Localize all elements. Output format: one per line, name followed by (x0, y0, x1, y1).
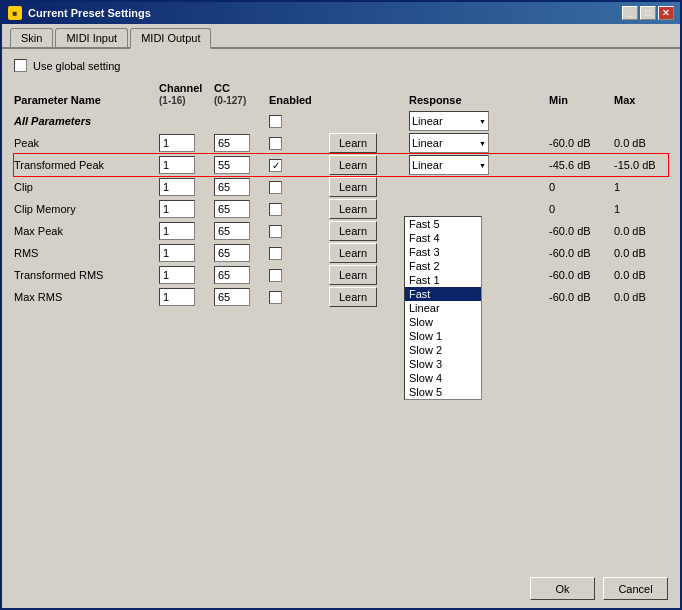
channel-input-transpeak[interactable] (159, 156, 195, 174)
enabled-cell-rms (269, 247, 329, 260)
dropdown-item-slow3[interactable]: Slow 3 (405, 357, 481, 371)
close-button[interactable]: ✕ (658, 6, 674, 20)
min-cell-clipmem: 0 (549, 203, 614, 215)
learn-button-rms[interactable]: Learn (329, 243, 377, 263)
learn-button-maxpeak[interactable]: Learn (329, 221, 377, 241)
response-select-transpeak[interactable]: Linear (409, 155, 489, 175)
enabled-checkbox-transpeak[interactable] (269, 159, 282, 172)
bottom-bar: Ok Cancel (2, 569, 680, 608)
param-name-peak: Peak (14, 137, 159, 149)
cc-input-rms[interactable] (214, 244, 250, 262)
cc-cell-maxrms (214, 288, 269, 306)
enabled-cell-clipmem (269, 203, 329, 216)
col-response: Response (409, 94, 549, 106)
enabled-checkbox-transrms[interactable] (269, 269, 282, 282)
dropdown-item-slow[interactable]: Slow (405, 315, 481, 329)
cc-input-maxpeak[interactable] (214, 222, 250, 240)
channel-cell-maxrms (159, 288, 214, 306)
max-cell-transrms: 0.0 dB (614, 269, 679, 281)
channel-input-clip[interactable] (159, 178, 195, 196)
cc-input-peak[interactable] (214, 134, 250, 152)
learn-button-peak[interactable]: Learn (329, 133, 377, 153)
enabled-checkbox-clipmem[interactable] (269, 203, 282, 216)
channel-input-peak[interactable] (159, 134, 195, 152)
cc-input-transrms[interactable] (214, 266, 250, 284)
global-setting-row: Use global setting (14, 59, 668, 72)
cc-input-clipmem[interactable] (214, 200, 250, 218)
cc-input-maxrms[interactable] (214, 288, 250, 306)
tab-skin[interactable]: Skin (10, 28, 53, 47)
enabled-checkbox-rms[interactable] (269, 247, 282, 260)
dropdown-item-fast5[interactable]: Fast 5 (405, 217, 481, 231)
enabled-checkbox-peak[interactable] (269, 137, 282, 150)
learn-button-clip[interactable]: Learn (329, 177, 377, 197)
response-select-peak[interactable]: Linear (409, 133, 489, 153)
learn-button-transrms[interactable]: Learn (329, 265, 377, 285)
maximize-button[interactable]: □ (640, 6, 656, 20)
title-bar-left: ■ Current Preset Settings (8, 6, 151, 20)
learn-cell-maxrms: Learn (329, 287, 409, 307)
table-row: Clip Learn 0 1 (14, 176, 668, 198)
ok-button[interactable]: Ok (530, 577, 595, 600)
minimize-button[interactable]: _ (622, 6, 638, 20)
cc-cell-peak (214, 134, 269, 152)
param-name-rms: RMS (14, 247, 159, 259)
learn-button-clipmem[interactable]: Learn (329, 199, 377, 219)
cc-cell-clipmem (214, 200, 269, 218)
dropdown-item-slow5[interactable]: Slow 5 (405, 385, 481, 399)
enabled-cell-maxpeak (269, 225, 329, 238)
learn-cell-transrms: Learn (329, 265, 409, 285)
dropdown-list: Fast 5 Fast 4 Fast 3 Fast 2 Fast 1 Fast … (404, 216, 482, 400)
enabled-cell-transpeak (269, 159, 329, 172)
response-select-wrapper-all: Linear (409, 111, 489, 131)
cc-cell-transpeak (214, 156, 269, 174)
param-name-transpeak: Transformed Peak (14, 159, 159, 171)
enabled-checkbox-maxpeak[interactable] (269, 225, 282, 238)
tab-midi-output[interactable]: MIDI Output (130, 28, 211, 49)
cc-cell-maxpeak (214, 222, 269, 240)
enabled-cell-transrms (269, 269, 329, 282)
dropdown-item-fast2[interactable]: Fast 2 (405, 259, 481, 273)
table-row: RMS Learn -60.0 dB 0.0 dB (14, 242, 668, 264)
dropdown-item-fast4[interactable]: Fast 4 (405, 231, 481, 245)
channel-cell-clipmem (159, 200, 214, 218)
cancel-button[interactable]: Cancel (603, 577, 668, 600)
enabled-cell-maxrms (269, 291, 329, 304)
global-setting-checkbox[interactable] (14, 59, 27, 72)
col-min: Min (549, 94, 614, 106)
window-title: Current Preset Settings (28, 7, 151, 19)
dropdown-item-slow2[interactable]: Slow 2 (405, 343, 481, 357)
channel-input-clipmem[interactable] (159, 200, 195, 218)
channel-input-maxpeak[interactable] (159, 222, 195, 240)
learn-cell-rms: Learn (329, 243, 409, 263)
channel-input-maxrms[interactable] (159, 288, 195, 306)
enabled-checkbox-clip[interactable] (269, 181, 282, 194)
learn-button-maxrms[interactable]: Learn (329, 287, 377, 307)
enabled-cell-peak (269, 137, 329, 150)
cc-input-clip[interactable] (214, 178, 250, 196)
dropdown-item-linear[interactable]: Linear (405, 301, 481, 315)
learn-button-transpeak[interactable]: Learn (329, 155, 377, 175)
learn-cell-peak: Learn (329, 133, 409, 153)
channel-input-rms[interactable] (159, 244, 195, 262)
tab-midi-input[interactable]: MIDI Input (55, 28, 128, 47)
dropdown-item-fast1[interactable]: Fast 1 (405, 273, 481, 287)
table-row: Clip Memory Learn 0 1 (14, 198, 668, 220)
min-cell-clip: 0 (549, 181, 614, 193)
dropdown-item-slow4[interactable]: Slow 4 (405, 371, 481, 385)
dropdown-item-fast[interactable]: Fast (405, 287, 481, 301)
max-cell-transpeak: -15.0 dB (614, 159, 679, 171)
channel-input-transrms[interactable] (159, 266, 195, 284)
dropdown-item-fast3[interactable]: Fast 3 (405, 245, 481, 259)
enabled-checkbox-all[interactable] (269, 115, 282, 128)
dropdown-item-slow1[interactable]: Slow 1 (405, 329, 481, 343)
min-cell-rms: -60.0 dB (549, 247, 614, 259)
title-buttons: _ □ ✕ (622, 6, 674, 20)
enabled-checkbox-maxrms[interactable] (269, 291, 282, 304)
max-cell-maxpeak: 0.0 dB (614, 225, 679, 237)
param-name-maxrms: Max RMS (14, 291, 159, 303)
response-select-all[interactable]: Linear (409, 111, 489, 131)
max-cell-maxrms: 0.0 dB (614, 291, 679, 303)
param-name-maxpeak: Max Peak (14, 225, 159, 237)
cc-input-transpeak[interactable] (214, 156, 250, 174)
